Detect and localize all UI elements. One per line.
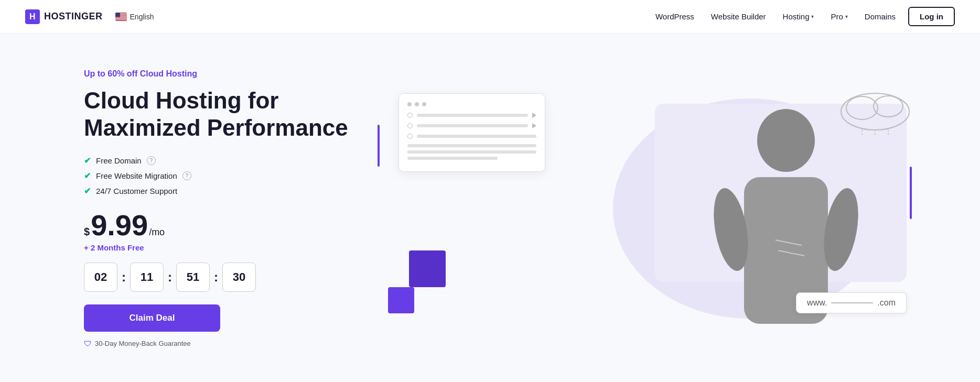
hosting-chevron-icon: ▾: [811, 14, 814, 19]
ui-circle-1: [407, 113, 413, 118]
svg-rect-5: [115, 18, 127, 18]
countdown-ms: 30: [222, 263, 256, 292]
login-button[interactable]: Log in: [908, 7, 955, 26]
nav-hosting[interactable]: Hosting ▾: [783, 12, 814, 21]
hero-section: Up to 60% off Cloud Hosting Cloud Hostin…: [0, 34, 980, 379]
hero-title: Cloud Hosting for Maximized Performance: [84, 87, 357, 141]
card-dots: [407, 102, 536, 106]
help-icon-2[interactable]: ?: [182, 171, 191, 180]
domain-bar: www. .com: [796, 292, 907, 313]
guarantee-row: 🛡 30-Day Money-Back Guarantee: [84, 339, 357, 348]
feature-3: ✔ 24/7 Customer Support: [84, 186, 357, 196]
check-icon-2: ✔: [84, 171, 91, 181]
logo-text: HOSTINGER: [44, 11, 103, 22]
price-per: /mo: [149, 227, 165, 238]
ui-line-1: [417, 114, 528, 117]
claim-deal-button[interactable]: Claim Deal: [84, 304, 220, 332]
promo-suffix: off Cloud Hosting: [124, 69, 197, 78]
vertical-bar-right: [910, 167, 912, 219]
full-line-2: [407, 150, 536, 154]
feature-1-label: Free Domain: [96, 156, 142, 165]
pro-chevron-icon: ▾: [845, 14, 848, 19]
svg-rect-7: [115, 13, 120, 17]
square-small: [388, 287, 414, 313]
svg-point-14: [757, 109, 815, 172]
svg-rect-6: [115, 19, 127, 20]
domain-prefix: www.: [807, 298, 827, 308]
nav-wordpress[interactable]: WordPress: [655, 12, 694, 21]
ui-line-2: [417, 124, 528, 127]
square-large: [409, 250, 446, 287]
price-dollar: $: [84, 226, 90, 238]
ui-circle-2: [407, 123, 413, 128]
nav-pro[interactable]: Pro ▾: [831, 12, 847, 21]
ui-row-1: [407, 113, 536, 118]
navbar: H HOSTINGER English WordPress Website Bu…: [0, 0, 980, 34]
price-bonus: + 2 Months Free: [84, 243, 357, 252]
guarantee-text: 30-Day Money-Back Guarantee: [95, 340, 191, 347]
domain-line: [831, 302, 873, 303]
feature-2: ✔ Free Website Migration ?: [84, 171, 357, 181]
ui-arrow-1: [532, 113, 536, 118]
countdown-sep-1: :: [122, 270, 126, 285]
hero-illustration: www. .com: [357, 62, 917, 355]
dot-2: [415, 102, 419, 106]
promo-percent: 60%: [107, 69, 124, 78]
title-line2: Maximized Performance: [84, 115, 348, 140]
price-amount: 9.99: [91, 211, 148, 240]
help-icon-1[interactable]: ?: [147, 156, 156, 165]
countdown-hours: 02: [84, 263, 117, 292]
nav-website-builder[interactable]: Website Builder: [711, 12, 766, 21]
lang-label: English: [130, 13, 154, 21]
features-list: ✔ Free Domain ? ✔ Free Website Migration…: [84, 156, 357, 196]
countdown-minutes: 11: [130, 263, 164, 292]
feature-1: ✔ Free Domain ?: [84, 156, 357, 166]
title-line1: Cloud Hosting for: [84, 88, 279, 113]
promo-text: Up to 60% off Cloud Hosting: [84, 69, 357, 79]
price-row: $ 9.99 /mo: [84, 211, 357, 240]
feature-3-label: 24/7 Customer Support: [96, 187, 177, 195]
ui-row-3: [407, 134, 536, 139]
countdown-sep-3: :: [214, 270, 218, 285]
ui-circle-3: [407, 134, 413, 139]
nav-links: WordPress Website Builder Hosting ▾ Pro …: [655, 12, 896, 21]
dot-1: [407, 102, 412, 106]
feature-2-label: Free Website Migration: [96, 171, 177, 180]
ui-row-2: [407, 123, 536, 128]
check-icon-3: ✔: [84, 186, 91, 196]
full-line-3: [407, 157, 498, 160]
language-selector[interactable]: English: [115, 13, 154, 21]
full-line-1: [407, 144, 536, 147]
logo-icon: H: [25, 9, 40, 24]
domain-suffix: .com: [877, 298, 896, 308]
shield-icon: 🛡: [84, 339, 92, 348]
countdown-seconds: 51: [176, 263, 210, 292]
ui-arrow-2: [532, 123, 536, 128]
person-image: [697, 93, 875, 355]
flag-icon: [115, 13, 127, 21]
countdown-sep-2: :: [168, 270, 172, 285]
promo-prefix: Up to: [84, 69, 107, 78]
logo[interactable]: H HOSTINGER: [25, 9, 103, 24]
ui-mockup-card: [399, 93, 545, 172]
nav-domains[interactable]: Domains: [865, 12, 896, 21]
ui-line-3: [417, 135, 536, 138]
countdown-timer: 02 : 11 : 51 : 30: [84, 263, 357, 292]
dot-3: [422, 102, 426, 106]
check-icon-1: ✔: [84, 156, 91, 166]
vertical-bar-left: [378, 125, 380, 167]
hero-content: Up to 60% off Cloud Hosting Cloud Hostin…: [84, 69, 357, 348]
